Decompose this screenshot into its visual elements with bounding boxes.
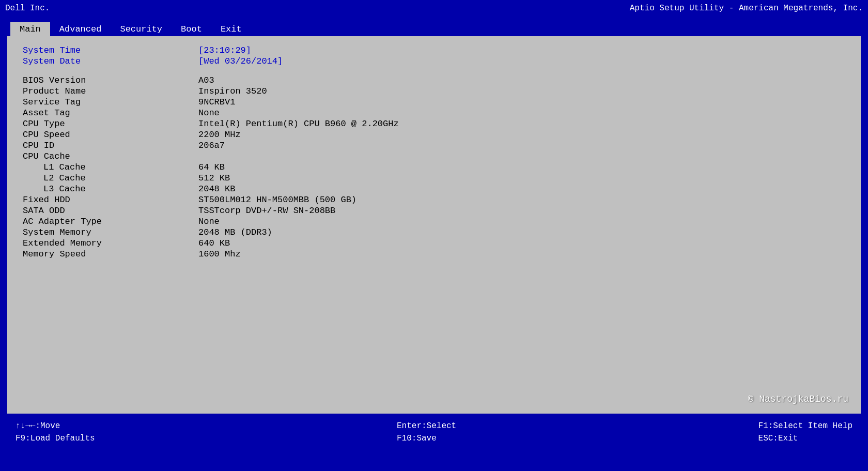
info-row: L3 Cache2048 KB [23, 184, 845, 194]
top-bar: Dell Inc. Aptio Setup Utility - American… [0, 0, 868, 17]
bottom-select: Enter:Select [397, 421, 456, 431]
info-row: CPU TypeIntel(R) Pentium(R) CPU B960 @ 2… [23, 119, 845, 129]
field-value: 2048 KB [198, 184, 235, 194]
field-label: SATA ODD [23, 206, 198, 216]
info-row: L2 Cache512 KB [23, 173, 845, 183]
info-row: System Time[23:10:29] [23, 45, 845, 55]
field-value: ST500LM012 HN-M500MBB (500 GB) [198, 195, 357, 205]
field-label: System Memory [23, 227, 198, 237]
main-content: System Time[23:10:29]System Date[Wed 03/… [7, 36, 861, 414]
bottom-bar: ↑↓→←:Move F9:Load Defaults Enter:Select … [0, 414, 868, 451]
bottom-save: F10:Save [397, 434, 456, 443]
bottom-exit: ESC:Exit [758, 434, 853, 443]
field-value: 9NCRBV1 [198, 97, 235, 107]
field-label: Extended Memory [23, 238, 198, 248]
field-value: Intel(R) Pentium(R) CPU B960 @ 2.20GHz [198, 119, 399, 129]
field-value: 2048 MB (DDR3) [198, 227, 272, 237]
info-row: AC Adapter TypeNone [23, 217, 845, 226]
field-label: System Time [23, 45, 198, 55]
field-label: CPU Type [23, 119, 198, 129]
bottom-col-right: F1:Select Item Help ESC:Exit [758, 421, 853, 443]
menu-tab-boot[interactable]: Boot [172, 22, 211, 36]
field-value: [Wed 03/26/2014] [198, 56, 283, 66]
field-value: 1600 Mhz [198, 249, 241, 259]
info-row: System Memory2048 MB (DDR3) [23, 227, 845, 237]
field-value: 64 KB [198, 162, 225, 172]
field-value: Inspiron 3520 [198, 86, 267, 96]
field-label: Memory Speed [23, 249, 198, 259]
bottom-col-center: Enter:Select F10:Save [397, 421, 456, 443]
field-label: Asset Tag [23, 108, 198, 118]
field-label: Product Name [23, 86, 198, 96]
menu-tab-security[interactable]: Security [111, 22, 172, 36]
field-label: L3 Cache [23, 184, 198, 194]
field-label: L1 Cache [23, 162, 198, 172]
menu-tab-exit[interactable]: Exit [211, 22, 251, 36]
info-row: CPU ID206a7 [23, 141, 845, 150]
field-label: BIOS Version [23, 75, 198, 85]
info-row: CPU Speed2200 MHz [23, 130, 845, 140]
info-row: CPU Cache [23, 151, 845, 161]
field-value: 640 KB [198, 238, 230, 248]
info-row: SATA ODDTSSTcorp DVD+/-RW SN-208BB [23, 206, 845, 216]
watermark: © NastrojkaBios.ru [748, 394, 848, 404]
menu-tab-main[interactable]: Main [10, 22, 50, 36]
menu-tab-advanced[interactable]: Advanced [50, 22, 111, 36]
field-value: [23:10:29] [198, 45, 251, 55]
field-label: Service Tag [23, 97, 198, 107]
menu-bar: MainAdvancedSecurityBootExit [0, 17, 868, 36]
field-value: 2200 MHz [198, 130, 241, 140]
info-row: Memory Speed1600 Mhz [23, 249, 845, 259]
utility-label: Aptio Setup Utility - American Megatrend… [630, 4, 863, 13]
info-row: Fixed HDDST500LM012 HN-M500MBB (500 GB) [23, 195, 845, 205]
info-row: Extended Memory640 KB [23, 238, 845, 248]
vendor-label: Dell Inc. [5, 4, 50, 13]
info-row: BIOS VersionA03 [23, 75, 845, 85]
info-row: Asset TagNone [23, 108, 845, 118]
field-value: TSSTcorp DVD+/-RW SN-208BB [198, 206, 335, 216]
info-row: System Date[Wed 03/26/2014] [23, 56, 845, 66]
field-label: Fixed HDD [23, 195, 198, 205]
field-label: AC Adapter Type [23, 217, 198, 226]
field-value: A03 [198, 75, 214, 85]
field-label: CPU ID [23, 141, 198, 150]
field-value: 206a7 [198, 141, 225, 150]
menu-bar-wrapper: MainAdvancedSecurityBootExit [0, 17, 868, 36]
field-value: None [198, 217, 220, 226]
info-row: Service Tag9NCRBV1 [23, 97, 845, 107]
info-row: Product NameInspiron 3520 [23, 86, 845, 96]
field-label: CPU Speed [23, 130, 198, 140]
field-label: L2 Cache [23, 173, 198, 183]
section-gap [23, 67, 845, 75]
bottom-help: F1:Select Item Help [758, 421, 853, 431]
info-row: L1 Cache64 KB [23, 162, 845, 172]
field-value: 512 KB [198, 173, 230, 183]
bottom-col-left: ↑↓→←:Move F9:Load Defaults [16, 421, 95, 443]
bottom-load-defaults: F9:Load Defaults [16, 434, 95, 443]
field-value: None [198, 108, 220, 118]
field-label: System Date [23, 56, 198, 66]
field-label: CPU Cache [23, 151, 198, 161]
bottom-move: ↑↓→←:Move [16, 421, 95, 431]
